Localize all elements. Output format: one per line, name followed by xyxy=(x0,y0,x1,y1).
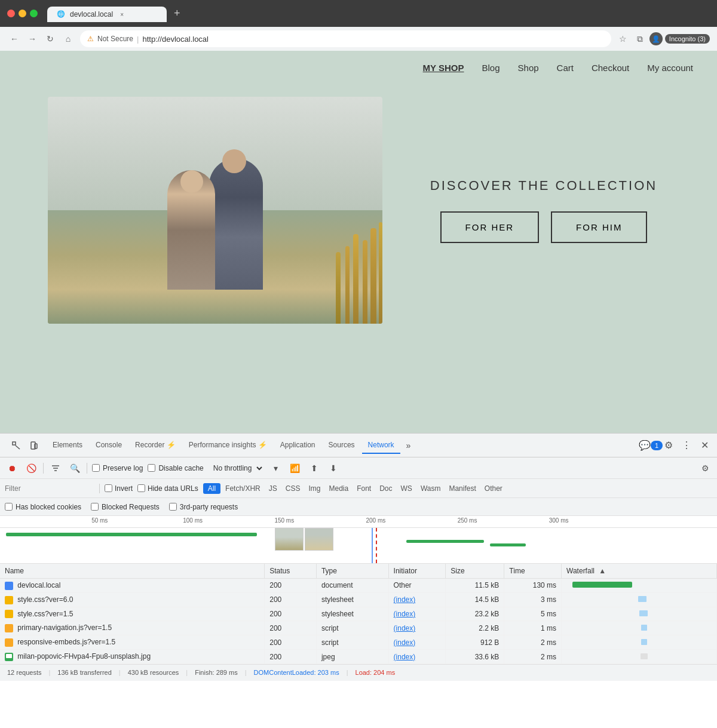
col-time[interactable]: Time xyxy=(504,564,562,579)
blocked-requests-input[interactable] xyxy=(91,503,99,511)
col-type[interactable]: Type xyxy=(316,564,388,579)
hero-content: DISCOVER THE COLLECTION FOR HER FOR HIM xyxy=(418,178,669,243)
bookmark-button[interactable]: ☆ xyxy=(616,32,630,46)
maximize-button[interactable] xyxy=(30,10,38,17)
col-name[interactable]: Name xyxy=(0,564,265,579)
hide-data-checkbox[interactable]: Hide data URLs xyxy=(137,484,198,493)
inspect-element-button[interactable] xyxy=(8,438,24,453)
upload-icon: ⬆ xyxy=(307,461,321,475)
preserve-log-input[interactable] xyxy=(92,464,100,472)
minimize-button[interactable] xyxy=(19,10,26,17)
filter-img[interactable]: Img xyxy=(305,483,324,494)
blocked-requests-checkbox[interactable]: Blocked Requests xyxy=(91,503,160,511)
filter-fetch-xhr[interactable]: Fetch/XHR xyxy=(222,483,264,494)
throttle-dropdown-icon[interactable]: ▾ xyxy=(269,461,283,475)
initiator-link-2[interactable]: (index) xyxy=(394,595,416,604)
more-tabs-button[interactable]: » xyxy=(402,437,416,454)
filter-wasm[interactable]: Wasm xyxy=(417,483,445,494)
address-input-container[interactable]: ⚠ Not Secure | http://devlocal.local xyxy=(80,30,611,47)
filter-js[interactable]: JS xyxy=(265,483,281,494)
filter-input[interactable] xyxy=(5,484,94,493)
preserve-log-checkbox[interactable]: Preserve log xyxy=(92,464,143,472)
filter-button[interactable] xyxy=(48,461,63,475)
cell-type-5: script xyxy=(316,635,388,650)
table-row[interactable]: milan-popovic-FHvpa4-Fpu8-unsplash.jpg 2… xyxy=(0,650,717,664)
tab-sources[interactable]: Sources xyxy=(323,437,361,454)
filter-media[interactable]: Media xyxy=(325,483,352,494)
hide-data-input[interactable] xyxy=(137,484,145,492)
initiator-link-6[interactable]: (index) xyxy=(394,653,416,661)
initiator-link-3[interactable]: (index) xyxy=(394,610,416,618)
filter-ws[interactable]: WS xyxy=(397,483,416,494)
filter-doc[interactable]: Doc xyxy=(376,483,396,494)
mark-150ms: 150 ms xyxy=(274,517,294,524)
table-row[interactable]: devlocal.local 200 document Other 11.5 k… xyxy=(0,579,717,593)
more-options-button[interactable]: ⋮ xyxy=(679,438,694,453)
tab-recorder[interactable]: Recorder ⚡ xyxy=(129,437,182,454)
throttle-select[interactable]: No throttling xyxy=(209,462,264,474)
sep-5: | xyxy=(347,669,348,676)
filter-all-button[interactable]: All xyxy=(203,483,220,494)
col-size[interactable]: Size xyxy=(446,564,504,579)
clear-button[interactable]: 🚫 xyxy=(24,461,38,475)
nav-brand[interactable]: MY SHOP xyxy=(423,63,464,73)
tab-performance-insights[interactable]: Performance insights ⚡ xyxy=(183,437,273,454)
table-row[interactable]: responsive-embeds.js?ver=1.5 200 script … xyxy=(0,635,717,650)
table-row[interactable]: style.css?ver=1.5 200 stylesheet (index)… xyxy=(0,607,717,621)
reeds xyxy=(311,216,382,324)
invert-input[interactable] xyxy=(105,484,112,492)
incognito-button[interactable]: 👤 xyxy=(649,32,663,45)
for-her-button[interactable]: FOR HER xyxy=(440,211,540,243)
filter-other[interactable]: Other xyxy=(481,483,506,494)
filter-font[interactable]: Font xyxy=(353,483,375,494)
col-status[interactable]: Status xyxy=(265,564,317,579)
filter-css[interactable]: CSS xyxy=(282,483,304,494)
network-settings-button[interactable]: ⚙ xyxy=(698,461,712,475)
back-button[interactable]: ← xyxy=(7,32,22,46)
refresh-button[interactable]: ↻ xyxy=(43,32,57,46)
nav-checkout[interactable]: Checkout xyxy=(592,63,629,73)
blocked-requests-label: Blocked Requests xyxy=(102,503,160,511)
disable-cache-checkbox[interactable]: Disable cache xyxy=(148,464,203,472)
nav-account[interactable]: My account xyxy=(647,63,693,73)
disable-cache-input[interactable] xyxy=(148,464,155,472)
settings-button[interactable]: ⚙ xyxy=(661,438,676,453)
filter-manifest[interactable]: Manifest xyxy=(445,483,479,494)
invert-checkbox[interactable]: Invert xyxy=(105,484,133,493)
blocked-cookies-input[interactable] xyxy=(5,503,13,511)
browser-tab[interactable]: 🌐 devlocal.local × xyxy=(47,7,167,22)
tab-network[interactable]: Network xyxy=(362,437,400,454)
device-toolbar-button[interactable] xyxy=(26,438,42,453)
website-content: MY SHOP Blog Shop Cart Checkout My accou… xyxy=(0,51,717,433)
col-waterfall[interactable]: Waterfall ▲ xyxy=(562,564,717,579)
initiator-link-5[interactable]: (index) xyxy=(394,638,416,647)
record-button[interactable]: ⏺ xyxy=(5,461,19,475)
close-button[interactable] xyxy=(7,10,15,17)
tab-close-button[interactable]: × xyxy=(118,10,126,19)
nav-cart[interactable]: Cart xyxy=(557,63,574,73)
css-icon-2 xyxy=(5,610,13,618)
mark-50ms: 50 ms xyxy=(91,517,108,524)
tab-search-button[interactable]: ⧉ xyxy=(633,32,647,46)
nav-shop[interactable]: Shop xyxy=(518,63,539,73)
tab-console[interactable]: Console xyxy=(90,437,128,454)
third-party-input[interactable] xyxy=(169,503,177,511)
tab-application[interactable]: Application xyxy=(274,437,321,454)
blocked-cookies-checkbox[interactable]: Has blocked cookies xyxy=(5,503,81,511)
tab-elements[interactable]: Elements xyxy=(47,437,88,454)
nav-blog[interactable]: Blog xyxy=(482,63,500,73)
forward-button[interactable]: → xyxy=(25,32,39,46)
table-row[interactable]: primary-navigation.js?ver=1.5 200 script… xyxy=(0,621,717,635)
home-button[interactable]: ⌂ xyxy=(61,32,75,46)
search-button[interactable]: 🔍 xyxy=(68,461,82,475)
close-devtools-button[interactable]: ✕ xyxy=(697,438,712,453)
col-initiator[interactable]: Initiator xyxy=(388,564,446,579)
sep-2: | xyxy=(119,669,121,676)
cell-name-2: style.css?ver=6.0 xyxy=(0,592,265,607)
initiator-link-4[interactable]: (index) xyxy=(394,624,416,632)
third-party-checkbox[interactable]: 3rd-party requests xyxy=(169,503,238,511)
new-tab-button[interactable]: + xyxy=(169,5,185,22)
chat-button[interactable]: 💬 1 xyxy=(643,438,658,453)
for-him-button[interactable]: FOR HIM xyxy=(551,211,647,243)
table-row[interactable]: style.css?ver=6.0 200 stylesheet (index)… xyxy=(0,592,717,607)
